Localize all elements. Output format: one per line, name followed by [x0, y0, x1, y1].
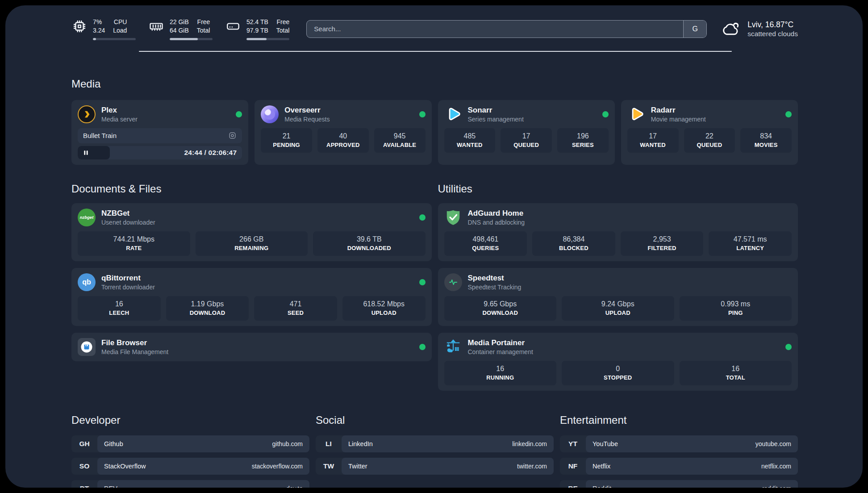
bookmark-url: linkedin.com: [512, 440, 547, 447]
bookmark-name: YouTube: [593, 440, 618, 447]
app-title: AdGuard Home: [468, 209, 525, 218]
app-title: Speedtest: [468, 274, 522, 283]
cpu-load-avg: 3.24: [93, 26, 105, 35]
player-progress-bar[interactable]: 24:44 / 02:06:47: [78, 146, 242, 159]
bookmark-name: LinkedIn: [348, 440, 373, 447]
app-title: qBittorrent: [101, 274, 155, 283]
bookmark-group-developer: Developer GH Github github.com SO StackO…: [71, 414, 309, 488]
bookmark-abbr: YT: [560, 435, 586, 452]
media-grid: Plex Media server Bullet Train: [71, 100, 798, 165]
bookmark-url: github.com: [272, 440, 303, 447]
app-card-sonarr[interactable]: Sonarr Series management 485 WANTED 17 Q…: [438, 100, 615, 165]
now-playing-bar[interactable]: Bullet Train: [78, 128, 242, 143]
stat-approved: 40 APPROVED: [317, 128, 369, 153]
stat-upload: 9.24 Gbps UPLOAD: [562, 296, 674, 321]
bookmark-reddit[interactable]: RE Reddit reddit.com: [560, 480, 798, 488]
bookmark-github[interactable]: GH Github github.com: [71, 435, 309, 452]
app-card-filebrowser[interactable]: File Browser Media File Management: [71, 333, 432, 361]
disk-label-2: Total: [276, 26, 290, 35]
video-icon: [228, 131, 237, 140]
bookmark-linkedin[interactable]: LI LinkedIn linkedin.com: [316, 435, 554, 452]
section-title-utilities: Utilities: [438, 183, 798, 195]
portainer-icon: [444, 338, 462, 356]
stat-upload: 618.52 Mbps UPLOAD: [342, 296, 426, 321]
bookmark-twitter[interactable]: TW Twitter twitter.com: [316, 458, 554, 475]
weather-widget[interactable]: Lviv, 16.87°C scattered clouds: [720, 20, 798, 38]
status-dot: [419, 214, 426, 221]
disk-free: 52.4 TB: [246, 18, 268, 26]
section-title-media: Media: [71, 78, 798, 90]
stat-stopped: 0 STOPPED: [562, 361, 674, 385]
ram-label-2: Total: [197, 26, 210, 35]
app-card-adguard[interactable]: AdGuard Home DNS and adblocking 498,461 …: [438, 203, 798, 261]
disk-icon: [225, 18, 241, 34]
stat-available: 945 AVAILABLE: [374, 128, 426, 153]
bookmark-url: twitter.com: [517, 463, 547, 470]
app-card-overseerr[interactable]: Overseerr Media Requests 21 PENDING 40 A…: [255, 100, 431, 165]
ram-progress-bar: [170, 38, 213, 40]
stat-running: 16 RUNNING: [444, 361, 557, 385]
stat-total: 16 TOTAL: [680, 361, 792, 385]
app-desc: Media File Management: [101, 348, 168, 355]
bookmark-url: youtube.com: [755, 440, 791, 447]
disk-total: 97.9 TB: [246, 26, 268, 35]
cpu-usage: 7%: [93, 18, 105, 26]
app-card-qbittorrent[interactable]: qb qBittorrent Torrent downloader 16 LEE…: [71, 268, 432, 326]
stat-pending: 21 PENDING: [261, 128, 312, 153]
bookmark-url: reddit.com: [762, 485, 791, 488]
app-card-radarr[interactable]: Radarr Movie management 17 WANTED 22 QUE…: [621, 100, 798, 165]
stat-wanted: 17 WANTED: [627, 128, 679, 153]
bookmark-dev[interactable]: DT DEV dev.to: [71, 480, 309, 488]
weather-location: Lviv, 16.87°C: [747, 20, 798, 29]
bookmark-name: Github: [104, 440, 123, 447]
app-desc: Usenet downloader: [101, 219, 155, 226]
search-engine-button[interactable]: G: [683, 21, 706, 38]
plex-now-playing: Bullet Train 24:44 / 02:06:47: [78, 128, 242, 159]
pause-icon[interactable]: [83, 150, 89, 156]
memory-widget: 22 GiB 64 GiB Free Total: [148, 18, 213, 40]
app-desc: Container management: [468, 348, 533, 355]
status-dot: [419, 111, 426, 117]
section-title-developer: Developer: [71, 414, 309, 426]
section-title-entertainment: Entertainment: [560, 414, 798, 426]
bookmark-url: stackoverflow.com: [252, 463, 303, 470]
status-dot: [419, 344, 426, 350]
radarr-icon: [627, 105, 645, 123]
utilities-column: AdGuard Home DNS and adblocking 498,461 …: [438, 203, 798, 391]
app-card-plex[interactable]: Plex Media server Bullet Train: [71, 100, 248, 165]
status-dot: [785, 344, 792, 350]
app-card-speedtest[interactable]: Speedtest Speedtest Tracking 9.65 Gbps D…: [438, 268, 798, 326]
search-input[interactable]: [307, 21, 683, 38]
app-title: Sonarr: [468, 106, 524, 115]
header-divider: [139, 51, 732, 52]
app-card-portainer[interactable]: Media Portainer Container management 16 …: [438, 333, 798, 391]
app-desc: Speedtest Tracking: [468, 284, 522, 291]
speedtest-icon: [444, 273, 462, 291]
bookmark-abbr: TW: [316, 458, 342, 475]
stat-remaining: 266 GB REMAINING: [196, 231, 308, 256]
bookmark-abbr: NF: [560, 458, 586, 475]
app-desc: Movie management: [651, 116, 706, 123]
dashboard-panel: 7% 3.24 CPU Load: [5, 5, 863, 488]
search-bar: G: [306, 20, 707, 38]
stat-movies: 834 MOVIES: [740, 128, 792, 153]
bookmark-group-entertainment: Entertainment YT YouTube youtube.com NF …: [560, 414, 798, 488]
bookmark-youtube[interactable]: YT YouTube youtube.com: [560, 435, 798, 452]
cpu-label-2: Load: [113, 26, 127, 35]
stat-ping: 0.993 ms PING: [680, 296, 792, 321]
disk-widget: 52.4 TB 97.9 TB Free Total: [225, 18, 289, 40]
app-desc: Torrent downloader: [101, 284, 155, 291]
bookmark-stackoverflow[interactable]: SO StackOverflow stackoverflow.com: [71, 458, 309, 475]
header: 7% 3.24 CPU Load: [71, 18, 798, 40]
stat-blocked: 86,384 BLOCKED: [532, 231, 615, 256]
stat-series: 196 SERIES: [557, 128, 609, 153]
app-desc: Media Requests: [284, 116, 330, 123]
bookmark-netflix[interactable]: NF Netflix netflix.com: [560, 458, 798, 475]
bookmark-name: DEV: [104, 485, 117, 488]
bookmark-url: dev.to: [286, 485, 303, 488]
status-dot: [236, 111, 242, 117]
app-card-nzbget[interactable]: nzbget NZBGet Usenet downloader 744.21 M…: [71, 203, 432, 261]
player-elapsed: [78, 146, 110, 159]
stat-rate: 744.21 Mbps RATE: [78, 231, 190, 256]
overseerr-icon: [261, 105, 279, 123]
